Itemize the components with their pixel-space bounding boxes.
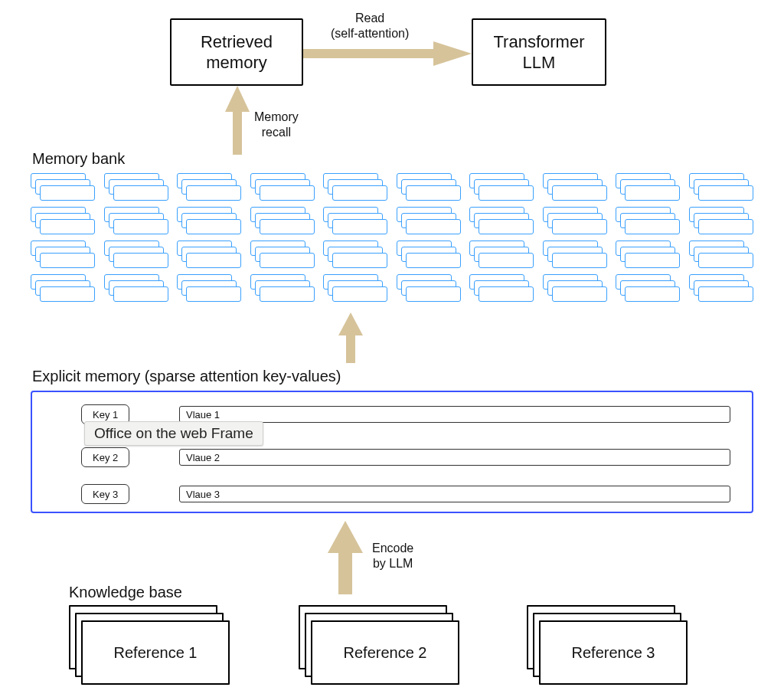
- value-bar-1: Vlaue 1: [179, 406, 730, 423]
- key-chip-3: Key 3: [81, 484, 129, 504]
- memory-tile-group: [543, 173, 607, 201]
- ref-card-front: Reference 1: [81, 620, 230, 685]
- memory-tile-group: [469, 274, 534, 302]
- memory-tile: [332, 286, 387, 302]
- memory-bank-row: [31, 207, 753, 239]
- ref-stack-3: Reference 3: [527, 605, 688, 689]
- memory-tile-group: [543, 241, 607, 268]
- ref-card-front: Reference 2: [311, 620, 459, 685]
- memory-tile: [260, 286, 315, 302]
- memory-tile-group: [323, 274, 387, 302]
- memory-tile: [479, 219, 534, 234]
- arrow-read: [303, 38, 472, 69]
- memory-bank-grid: [31, 173, 753, 308]
- memory-tile-group: [543, 274, 607, 302]
- memory-tile: [552, 219, 607, 234]
- memory-tile-group: [31, 241, 95, 268]
- memory-tile-group: [469, 173, 534, 201]
- memory-tile: [186, 219, 241, 234]
- memory-tile: [40, 253, 95, 268]
- transformer-llm-label: TransformerLLM: [494, 31, 585, 74]
- transformer-llm-box: TransformerLLM: [472, 18, 606, 86]
- memory-tile-group: [250, 173, 315, 201]
- memory-tile: [113, 253, 168, 268]
- memory-tile: [40, 185, 95, 201]
- memory-tile-group: [469, 241, 534, 268]
- memory-bank-row: [31, 241, 753, 273]
- arrow-memory-recall-label: Memoryrecall: [254, 110, 299, 140]
- arrow-up-to-bank: [335, 313, 366, 363]
- memory-tile-group: [543, 207, 607, 234]
- memory-tile: [625, 286, 680, 302]
- memory-tile: [479, 253, 534, 268]
- memory-bank-row: [31, 274, 753, 306]
- diagram-canvas: Retrievedmemory TransformerLLM Read(self…: [0, 0, 784, 697]
- memory-tile-group: [323, 173, 387, 201]
- memory-tile: [406, 253, 461, 268]
- key-chip-2: Key 2: [81, 447, 129, 467]
- memory-tile-group: [31, 274, 95, 302]
- memory-tile: [625, 185, 680, 201]
- memory-tile-group: [689, 207, 753, 234]
- memory-tile: [698, 185, 753, 201]
- retrieved-memory-box: Retrievedmemory: [170, 18, 303, 86]
- memory-tile: [332, 219, 387, 234]
- memory-tile-group: [323, 241, 387, 268]
- ref-stack-1: Reference 1: [69, 605, 230, 689]
- arrow-read-label: Read(self-attention): [331, 11, 409, 41]
- memory-tile: [40, 286, 95, 302]
- explicit-memory-panel: Key 1 Vlaue 1 Key 2 Vlaue 2 Key 3 Vlaue …: [31, 391, 753, 513]
- memory-tile-group: [616, 274, 680, 302]
- memory-tile-group: [616, 241, 680, 268]
- memory-tile-group: [250, 241, 315, 268]
- memory-tile: [186, 286, 241, 302]
- memory-tile-group: [397, 274, 461, 302]
- memory-tile: [113, 219, 168, 234]
- memory-tile: [406, 185, 461, 201]
- memory-tile-group: [31, 173, 95, 201]
- memory-tile-group: [616, 207, 680, 234]
- memory-tile-group: [616, 173, 680, 201]
- memory-tile-group: [177, 173, 241, 201]
- memory-tile: [552, 185, 607, 201]
- svg-marker-2: [338, 313, 363, 363]
- ref-card-front: Reference 3: [539, 620, 688, 685]
- memory-tile: [260, 219, 315, 234]
- memory-tile-group: [104, 274, 168, 302]
- memory-tile-group: [689, 173, 753, 201]
- memory-tile: [479, 286, 534, 302]
- memory-tile: [625, 219, 680, 234]
- arrow-encode-label: Encodeby LLM: [372, 541, 413, 571]
- memory-tile-group: [104, 207, 168, 234]
- retrieved-memory-label: Retrievedmemory: [201, 31, 273, 74]
- section-explicit-memory: Explicit memory (sparse attention key-va…: [32, 368, 341, 385]
- section-memory-bank: Memory bank: [32, 150, 125, 168]
- memory-tile: [260, 185, 315, 201]
- memory-tile: [552, 253, 607, 268]
- svg-marker-3: [328, 521, 363, 594]
- memory-tile-group: [323, 207, 387, 234]
- memory-tile: [406, 286, 461, 302]
- arrow-encode: [325, 521, 366, 594]
- memory-tile-group: [177, 274, 241, 302]
- memory-tile-group: [250, 274, 315, 302]
- value-bar-3: Vlaue 3: [179, 486, 730, 502]
- memory-tile-group: [177, 207, 241, 234]
- memory-tile-group: [104, 173, 168, 201]
- memory-tile: [332, 253, 387, 268]
- memory-tile: [186, 185, 241, 201]
- memory-tile: [186, 253, 241, 268]
- ref-stack-2: Reference 2: [299, 605, 459, 689]
- memory-tile-group: [397, 241, 461, 268]
- memory-tile: [113, 286, 168, 302]
- section-knowledge-base: Knowledge base: [69, 584, 182, 601]
- svg-marker-0: [303, 41, 472, 66]
- memory-tile: [698, 253, 753, 268]
- memory-tile: [40, 219, 95, 234]
- arrow-memory-recall: [222, 86, 253, 155]
- memory-tile-group: [689, 241, 753, 268]
- memory-tile-group: [689, 274, 753, 302]
- memory-tile: [406, 219, 461, 234]
- memory-tile-group: [397, 173, 461, 201]
- memory-tile-group: [177, 241, 241, 268]
